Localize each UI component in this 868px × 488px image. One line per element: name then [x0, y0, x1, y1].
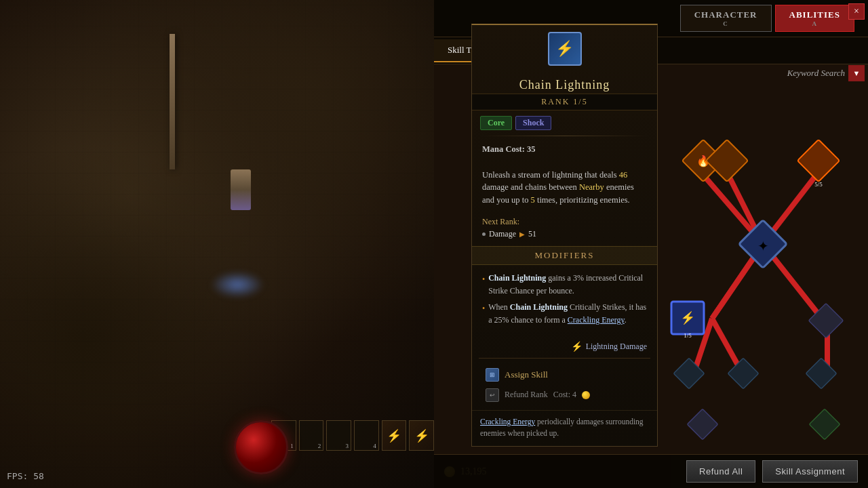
skill-tags: Core Shock	[472, 110, 657, 136]
action-slot-5[interactable]: ⚡	[382, 420, 407, 451]
keyword-search-label: Keyword Search	[787, 68, 845, 79]
next-rank-stat: Damage ▶ 51	[482, 229, 647, 239]
abilities-tab[interactable]: ABILITIES A	[775, 5, 854, 32]
node-bottom-center[interactable]	[728, 358, 758, 388]
skill-assignment-button[interactable]: Skill Assignment	[762, 460, 858, 483]
refund-cost: Cost: 4	[553, 390, 576, 400]
character-tab-key: C	[694, 20, 757, 27]
modifier-2: • When Chain Lightning Critically Strike…	[482, 301, 647, 327]
stone-texture	[0, 0, 434, 488]
player-character	[231, 169, 251, 210]
skill-tree-svg: 🔥 5/5 ✦ ⚡ 1/5	[658, 88, 868, 468]
svg-rect-21	[809, 409, 840, 439]
stat-bullet	[482, 232, 486, 236]
magic-glow	[210, 271, 264, 298]
svg-rect-10	[706, 140, 748, 182]
action-slot-4[interactable]: 4	[354, 420, 379, 451]
slot-1-num: 1	[290, 443, 294, 449]
refund-icon: ↩	[486, 388, 499, 402]
action-bar: 1 2 3 4 ⚡ ⚡	[271, 417, 434, 454]
skill-description: Mana Cost: 35 Unleash a stream of lightn…	[472, 136, 657, 214]
action-slot-6[interactable]: ⚡	[409, 420, 434, 451]
bottom-bar: Refund All Skill Assignment	[434, 454, 868, 488]
abilities-tab-key: A	[789, 20, 840, 27]
assign-label: Assign Skill	[505, 369, 548, 380]
skill-tree-container: 🔥 5/5 ✦ ⚡ 1/5	[658, 88, 868, 468]
abilities-tab-label: ABILITIES	[789, 9, 840, 20]
refund-all-button[interactable]: Refund All	[686, 460, 755, 483]
slot-2-num: 2	[318, 443, 321, 449]
fps-counter: FPS: 58	[7, 471, 44, 481]
keyword-search-area: Keyword Search ▼	[787, 65, 865, 81]
node-count-top-right: 5/5	[814, 181, 823, 188]
node-bottom-right[interactable]	[806, 358, 836, 388]
node-chain-lightning[interactable]: ⚡ 1/5	[671, 302, 704, 339]
character-tab[interactable]: CHARACTER C	[680, 5, 772, 32]
skill-rank-bar: RANK 1/5	[472, 94, 657, 110]
modifier-2-text: When Chain Lightning Critically Strikes,…	[488, 301, 647, 327]
stat-value: 51	[528, 229, 536, 239]
tag-core: Core	[480, 116, 512, 130]
modifiers-header: MODIFIERS	[472, 246, 657, 265]
health-orb	[234, 420, 288, 474]
damage-type-label: Lightning Damage	[586, 342, 647, 352]
node-top-left-2[interactable]	[706, 140, 748, 182]
mana-cost-label: Mana Cost: 35	[482, 144, 535, 154]
crackling-tip: Crackling Energy periodically damages su…	[472, 410, 657, 447]
skill-icon-symbol: ⚡	[555, 40, 574, 58]
skill-icon-area: ⚡	[472, 25, 657, 73]
modifier-1-text: Chain Lightning gains a 3% increased Cri…	[488, 272, 647, 298]
assign-icon: ⊞	[486, 368, 499, 382]
refund-label: Refund Rank	[505, 390, 548, 400]
stat-name: Damage	[489, 229, 516, 239]
skill-desc-text: Unleash a stream of lightning that deals…	[482, 170, 634, 205]
crackling-energy-link[interactable]: Crackling Energy	[480, 418, 535, 426]
close-button[interactable]: ×	[848, 3, 865, 20]
tree-connections	[692, 169, 827, 380]
game-background	[0, 0, 434, 488]
slot-4-num: 4	[373, 443, 376, 449]
svg-rect-18	[728, 358, 758, 388]
gold-orb-icon	[582, 391, 590, 399]
modifier-1: • Chain Lightning gains a 3% increased C…	[482, 272, 647, 298]
svg-rect-11	[797, 140, 840, 182]
svg-text:⚡: ⚡	[680, 310, 696, 325]
svg-text:1/5: 1/5	[684, 332, 692, 339]
action-slot-6-icon: ⚡	[410, 421, 433, 450]
skill-info-panel: ⚡ Chain Lightning RANK 1/5 Core Shock Ma…	[471, 24, 658, 447]
stat-arrow: ▶	[519, 230, 525, 238]
next-rank-label: Next Rank:	[482, 217, 647, 227]
node-secondary-left[interactable]	[687, 409, 717, 439]
skill-rank: RANK 1/5	[541, 97, 587, 106]
tag-shock: Shock	[515, 116, 551, 130]
nav-tabs-container: CHARACTER C ABILITIES A	[680, 5, 854, 32]
slot-3-num: 3	[346, 443, 349, 449]
refund-rank-button[interactable]: ↩ Refund Rank Cost: 4	[480, 386, 649, 405]
action-buttons: ⊞ Assign Skill ↩ Refund Rank Cost: 4	[472, 359, 657, 410]
modifiers-content: • Chain Lightning gains a 3% increased C…	[472, 265, 657, 338]
node-secondary-right[interactable]	[809, 409, 840, 439]
svg-rect-19	[806, 358, 836, 388]
mod-bullet-2: •	[482, 302, 485, 327]
lightning-damage-row: ⚡ Lightning Damage	[472, 338, 657, 358]
assign-skill-button[interactable]: ⊞ Assign Skill	[480, 364, 649, 386]
architecture-pillar	[170, 34, 175, 169]
node-top-right[interactable]	[797, 140, 840, 182]
action-slot-3[interactable]: 3	[326, 420, 351, 451]
node-center-icon: ✦	[757, 239, 769, 253]
action-slot-2[interactable]: 2	[299, 420, 324, 451]
keyword-filter-button[interactable]: ▼	[848, 65, 865, 81]
character-tab-label: CHARACTER	[694, 9, 757, 20]
skill-icon: ⚡	[548, 32, 582, 66]
lightning-icon: ⚡	[571, 341, 583, 352]
action-slot-5-icon: ⚡	[382, 421, 406, 450]
skill-name: Chain Lightning	[472, 73, 657, 94]
svg-rect-20	[687, 409, 717, 439]
mod-bullet-1: •	[482, 273, 485, 298]
next-rank-section: Next Rank: Damage ▶ 51	[472, 214, 657, 246]
